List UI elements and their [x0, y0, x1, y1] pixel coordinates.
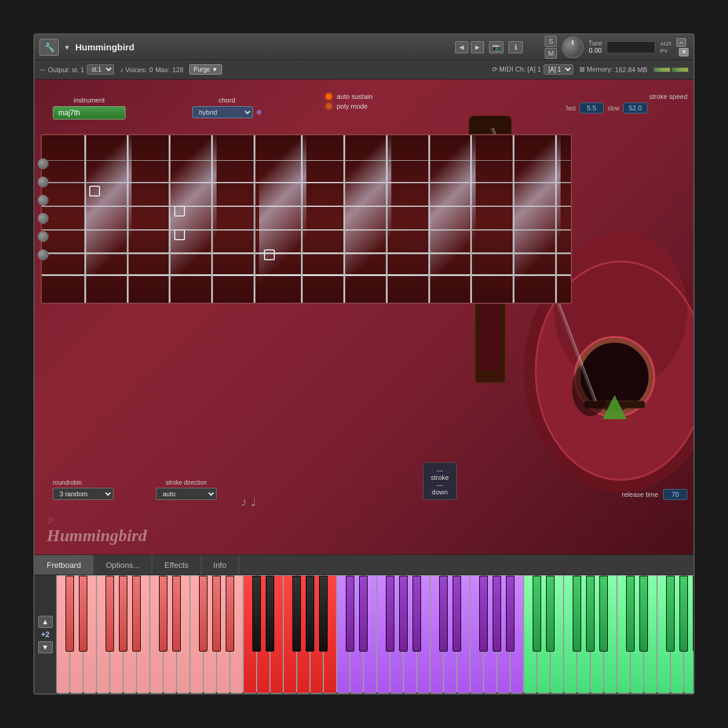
prev-button[interactable]: ◄ [455, 41, 468, 53]
memory-section: ⊠ Memory: 162.84 MB [579, 66, 647, 73]
tune-value: 0.00 [589, 47, 602, 54]
piano-white-key[interactable] [430, 575, 443, 693]
midi-select[interactable]: [A] 1 [544, 64, 573, 75]
top-bar: 🔧 ▼ Hummingbird ◄ ► 📷 ℹ S M Tune 0.00 AU… [35, 35, 693, 60]
m-button[interactable]: M [545, 48, 557, 59]
piano-black-key[interactable] [453, 576, 461, 652]
piano-white-key[interactable] [56, 575, 70, 693]
aux-label: AUX [660, 41, 672, 47]
tab-options[interactable]: Options... [93, 555, 152, 575]
piano-black-key[interactable] [79, 576, 87, 652]
piano-white-key[interactable] [243, 575, 257, 693]
stroke-direction-select[interactable]: auto up down [156, 488, 217, 500]
roundrobin-select[interactable]: 3 random 2 random round robin [53, 488, 113, 500]
tune-display [607, 41, 655, 53]
piano-black-key[interactable] [639, 576, 648, 652]
peg-3[interactable] [38, 195, 49, 206]
pv-label: PV [660, 48, 672, 54]
s-button[interactable]: S [545, 36, 557, 47]
piano-black-key[interactable] [306, 576, 314, 652]
instrument-title: Hummingbird [75, 42, 450, 52]
tab-fretboard[interactable]: Fretboard [35, 555, 93, 575]
piano-up-button[interactable]: ▲ [38, 616, 53, 628]
piano-black-key[interactable] [199, 576, 207, 652]
piano-white-key[interactable] [96, 575, 110, 693]
piano-black-key[interactable] [132, 576, 141, 652]
string-6 [42, 274, 571, 276]
piano-black-key[interactable] [413, 576, 421, 652]
piano-black-key[interactable] [573, 576, 581, 652]
piano-white-key[interactable] [564, 575, 577, 693]
tune-knob[interactable] [562, 36, 584, 58]
main-window: 🔧 ▼ Hummingbird ◄ ► 📷 ℹ S M Tune 0.00 AU… [33, 33, 695, 695]
peg-4[interactable] [38, 213, 49, 224]
close-button[interactable]: ✕ [679, 48, 689, 56]
output-label: ↔ Output: st. 1 [39, 66, 84, 73]
piano-down-button[interactable]: ▼ [38, 641, 53, 653]
piano-black-key[interactable] [586, 576, 595, 652]
piano-white-key[interactable] [150, 575, 163, 693]
piano-white-key[interactable] [283, 575, 297, 693]
fast-value[interactable]: 5.5 [579, 103, 604, 113]
piano-black-key[interactable] [172, 576, 181, 652]
release-value[interactable]: 70 [663, 489, 687, 500]
poly-mode-led[interactable] [326, 103, 332, 109]
piano-black-key[interactable] [386, 576, 394, 652]
output-select[interactable]: st.1 [87, 64, 114, 75]
peg-1[interactable] [38, 158, 49, 169]
chord-row: hybrid up down [192, 106, 261, 118]
tab-effects[interactable]: Effects [152, 555, 201, 575]
piano-black-key[interactable] [212, 576, 221, 652]
piano-black-key[interactable] [319, 576, 328, 652]
piano-white-key[interactable] [470, 575, 484, 693]
aux-pv-area: AUX PV [660, 41, 672, 54]
piano-black-key[interactable] [119, 576, 127, 652]
purge-button[interactable]: Purge ▼ [189, 64, 222, 75]
string-2 [42, 182, 571, 183]
piano-black-key[interactable] [106, 576, 114, 652]
stroke-tooltip-line2: down [431, 488, 449, 496]
piano-black-key[interactable] [493, 576, 501, 652]
piano-black-key[interactable] [292, 576, 301, 652]
piano-black-key[interactable] [252, 576, 261, 652]
piano-black-key[interactable] [533, 576, 541, 652]
piano-black-key[interactable] [546, 576, 554, 652]
piano-black-key[interactable] [439, 576, 448, 652]
piano-black-key[interactable] [599, 576, 608, 652]
slow-label: slow [607, 105, 619, 112]
piano-black-key[interactable] [399, 576, 408, 652]
piano-white-key[interactable] [377, 575, 390, 693]
piano-black-key[interactable] [159, 576, 167, 652]
chord-select[interactable]: hybrid up down [192, 106, 253, 118]
piano-black-key[interactable] [66, 576, 74, 652]
piano-white-key[interactable] [190, 575, 203, 693]
piano-black-key[interactable] [693, 576, 693, 652]
peg-6[interactable] [38, 249, 49, 260]
info-button[interactable]: ℹ [508, 41, 523, 53]
auto-sustain-led[interactable] [326, 93, 332, 99]
next-button[interactable]: ► [471, 41, 484, 53]
piano-black-key[interactable] [506, 576, 514, 652]
piano-black-key[interactable] [346, 576, 354, 652]
camera-button[interactable]: 📷 [489, 41, 504, 53]
slow-value[interactable]: 52.0 [623, 103, 647, 113]
piano-keys[interactable] [56, 575, 693, 693]
piano-black-key[interactable] [266, 576, 274, 652]
piano-white-key[interactable] [657, 575, 670, 693]
piano-black-key[interactable] [666, 576, 675, 652]
piano-black-key[interactable] [479, 576, 488, 652]
wrench-button[interactable]: 🔧 [39, 39, 59, 56]
piano-black-key[interactable] [679, 576, 688, 652]
minus-button[interactable]: − [676, 38, 686, 47]
music-note-icon: ♪ ♩ [241, 494, 256, 509]
tab-info[interactable]: Info [201, 555, 240, 575]
piano-white-key[interactable] [337, 575, 350, 693]
piano-white-key[interactable] [617, 575, 630, 693]
peg-5[interactable] [38, 231, 49, 242]
piano-black-key[interactable] [359, 576, 368, 652]
peg-2[interactable] [38, 177, 49, 187]
piano-black-key[interactable] [226, 576, 234, 652]
instrument-select[interactable]: maj7th maj min dom7 [53, 106, 126, 120]
piano-white-key[interactable] [524, 575, 537, 693]
piano-black-key[interactable] [626, 576, 635, 652]
